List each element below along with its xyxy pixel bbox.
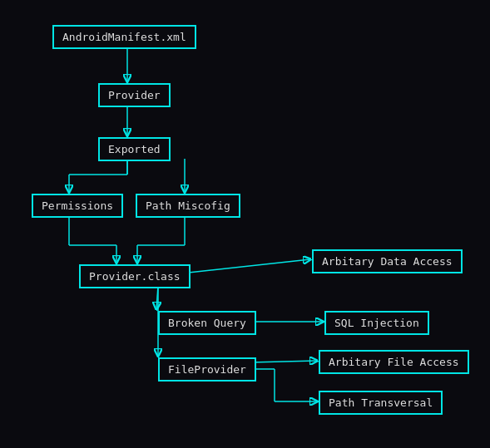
svg-line-15 xyxy=(156,286,158,309)
node-exported: Exported xyxy=(98,137,171,161)
node-path-transversal: Path Transversal xyxy=(319,391,443,415)
node-file-provider: FileProvider xyxy=(158,357,256,382)
node-arbitrary-data: Arbitary Data Access xyxy=(312,249,463,273)
node-sql-injection: SQL Injection xyxy=(324,311,429,335)
node-permissions: Permissions xyxy=(32,194,123,218)
node-provider: Provider xyxy=(98,83,171,107)
node-broken-query: Broken Query xyxy=(158,311,256,335)
diagram: AndroidManifest.xml Provider Exported Pe… xyxy=(0,0,490,448)
node-provider-class: Provider.class xyxy=(79,264,191,288)
node-android-manifest: AndroidManifest.xml xyxy=(52,25,196,49)
node-path-misconfig: Path Miscofig xyxy=(136,194,240,218)
node-arbitrary-file: Arbitary File Access xyxy=(319,350,469,374)
